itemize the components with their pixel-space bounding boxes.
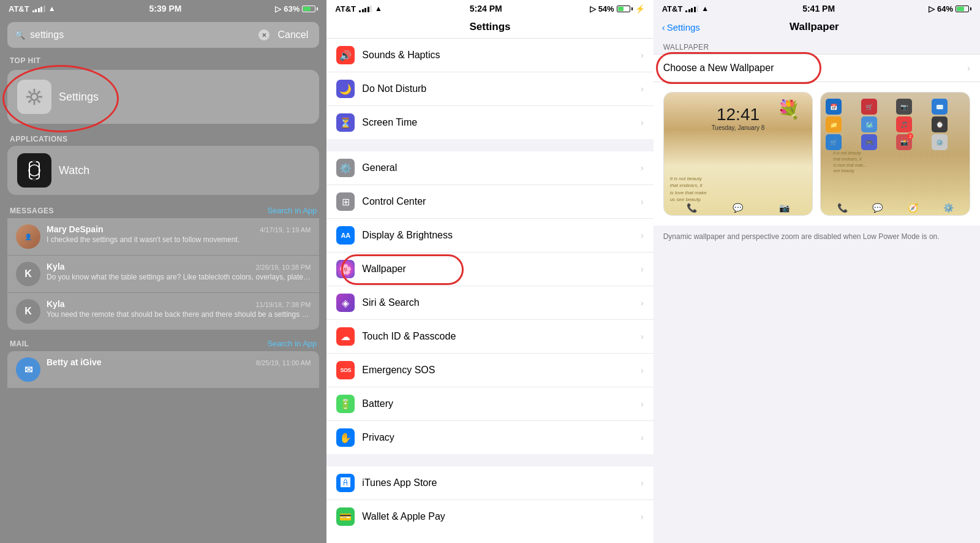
lightning-icon-2: ⚡ xyxy=(635,4,645,13)
watch-app-card[interactable]: Watch xyxy=(7,146,319,195)
avatar-kyla-2: K xyxy=(16,299,40,324)
mail-search-in-app[interactable]: Search in App xyxy=(267,339,317,348)
chevron-dnd: › xyxy=(641,84,644,94)
search-icon: 🔍 xyxy=(15,30,25,40)
wallpaper-section-label: WALLPAPER xyxy=(654,38,980,54)
search-panel: AT&T ▲ 5:39 PM ▷ 63% 🔍 ✕ xyxy=(0,0,326,543)
wifi-icon-2: ▲ xyxy=(375,4,382,13)
search-input[interactable] xyxy=(30,29,254,40)
signal-bar-3-4 xyxy=(694,7,696,12)
wallpaper-label: Wallpaper xyxy=(362,264,633,275)
touchid-label: Touch ID & Passcode xyxy=(362,331,633,342)
message-content-2: Kyla 2/26/19, 10:38 PM Do you know what … xyxy=(47,262,311,281)
battery-tip-1 xyxy=(317,7,318,10)
mail-sender-1: Betty at iGive xyxy=(47,357,101,367)
time-1: 5:39 PM xyxy=(149,4,181,13)
sos-label: Emergency SOS xyxy=(362,365,633,376)
home-screen-dock: 📞 💬 🧭 ⚙️ xyxy=(821,203,970,213)
lock-screen-preview[interactable]: 💐 12:41 Tuesday, January 8 It is not bea… xyxy=(663,92,813,216)
dnd-label: Do Not Disturb xyxy=(362,83,633,94)
svg-rect-10 xyxy=(29,162,39,179)
wallpaper-detail-panel: AT&T ▲ 5:41 PM ▷ 64% ‹ Se xyxy=(654,0,980,543)
carrier-2: AT&T xyxy=(335,4,356,13)
battery-fill-3 xyxy=(957,7,964,11)
privacy-icon: ✋ xyxy=(336,428,355,447)
mail-top-1: Betty at iGive 8/25/19, 11:00 AM xyxy=(47,357,311,367)
home-icon-7: 🎵 xyxy=(896,116,912,132)
mail-item-1[interactable]: ✉ Betty at iGive 8/25/19, 11:00 AM xyxy=(7,351,319,388)
cancel-button[interactable]: Cancel xyxy=(274,27,312,43)
settings-app-icon xyxy=(17,80,51,114)
battery-pct-3: 64% xyxy=(937,4,953,13)
wallpaper-icon: 🌸 xyxy=(336,260,355,278)
siri-label: Siri & Search xyxy=(362,297,633,308)
choose-wallpaper-row[interactable]: Choose a New Wallpaper › xyxy=(654,54,980,82)
mail-section: MAIL Search in App ✉ Betty at iGive 8/25… xyxy=(0,335,326,389)
settings-group-2: ⚙️ General › ⊞ Control Center › AA Displ… xyxy=(326,151,653,454)
settings-row-battery[interactable]: 🔋 Battery › xyxy=(326,387,653,421)
status-bar-3: AT&T ▲ 5:41 PM ▷ 64% xyxy=(654,0,980,17)
settings-row-general[interactable]: ⚙️ General › xyxy=(326,151,653,185)
settings-row-siri[interactable]: ◈ Siri & Search › xyxy=(326,286,653,320)
signal-bar-3-1 xyxy=(685,10,687,12)
settings-row-dnd[interactable]: 🌙 Do Not Disturb › xyxy=(326,72,653,106)
wallpaper-preview-area: 💐 12:41 Tuesday, January 8 It is not bea… xyxy=(654,82,980,226)
settings-row-sos[interactable]: SOS Emergency SOS › xyxy=(326,354,653,387)
mail-label: MAIL xyxy=(10,340,29,348)
chevron-sounds: › xyxy=(641,50,644,60)
settings-row-display[interactable]: AA Display & Brightness › xyxy=(326,219,653,253)
messages-search-in-app[interactable]: Search in App xyxy=(267,206,317,215)
chevron-battery: › xyxy=(641,399,644,409)
settings-row-itunes[interactable]: 🅰 iTunes App Store › xyxy=(326,466,653,500)
home-icon-1: 📅 xyxy=(826,99,842,115)
settings-row-wallpaper[interactable]: 🌸 Wallpaper › xyxy=(326,253,653,286)
touchid-icon: ☁ xyxy=(336,327,355,346)
chevron-itunes: › xyxy=(641,478,644,488)
wallet-label: Wallet & Apple Pay xyxy=(362,511,633,522)
avatar-mail: ✉ xyxy=(16,357,40,382)
top-hit-label: TOP HIT xyxy=(0,53,326,67)
signal-bars-2 xyxy=(359,5,372,12)
settings-row-controlcenter[interactable]: ⊞ Control Center › xyxy=(326,185,653,219)
message-item-2[interactable]: K Kyla 2/26/19, 10:38 PM Do you know wha… xyxy=(7,256,319,292)
home-icon-5: 📁 xyxy=(826,116,842,132)
settings-row-screentime[interactable]: ⏳ Screen Time › xyxy=(326,106,653,139)
message-top-1: Mary DeSpain 4/17/19, 1:19 AM xyxy=(47,224,311,234)
top-hit-card[interactable]: Settings xyxy=(7,70,319,124)
signal-bar-2-2 xyxy=(362,9,364,12)
watch-app-name: Watch xyxy=(59,164,89,177)
lock-time: 12:41 xyxy=(717,105,760,124)
clear-search-button[interactable]: ✕ xyxy=(258,29,270,40)
battery-pct-1: 63% xyxy=(284,4,300,13)
signal-bars-3 xyxy=(685,5,698,12)
home-icon-12: ⚙️ xyxy=(932,134,948,150)
sos-icon: SOS xyxy=(336,361,355,379)
carrier-1: AT&T xyxy=(9,4,29,13)
settings-row-privacy[interactable]: ✋ Privacy › xyxy=(326,421,653,454)
screentime-label: Screen Time xyxy=(362,117,633,128)
back-button[interactable]: ‹ Settings xyxy=(662,22,700,32)
controlcenter-icon: ⊞ xyxy=(336,192,355,211)
general-label: General xyxy=(362,162,633,173)
chevron-general: › xyxy=(641,163,644,173)
privacy-label: Privacy xyxy=(362,432,633,443)
status-left-2: AT&T ▲ xyxy=(335,4,382,13)
date-1: 4/17/19, 1:19 AM xyxy=(260,226,311,234)
home-screen-preview[interactable]: 📅 🛒 📷 ✉️ 📁 🗺️ 🎵 ⌚ 🛒 🎮 📸 2 ⚙️ xyxy=(820,92,970,216)
svg-rect-12 xyxy=(32,160,36,163)
settings-row-wallet[interactable]: 💳 Wallet & Apple Pay › xyxy=(326,500,653,533)
message-item-1[interactable]: 👤 Mary DeSpain 4/17/19, 1:19 AM I checke… xyxy=(7,218,319,255)
signal-bar-2-3 xyxy=(364,8,366,12)
message-item-3[interactable]: K Kyla 11/19/18, 7:38 PM You need the re… xyxy=(7,293,319,330)
wallpaper-nav: ‹ Settings Wallpaper xyxy=(654,17,980,38)
settings-row-touchid[interactable]: ☁ Touch ID & Passcode › xyxy=(326,320,653,354)
chevron-choose-wallpaper: › xyxy=(967,63,970,73)
messages-label: MESSAGES xyxy=(10,207,54,215)
settings-row-sounds[interactable]: 🔊 Sounds & Haptics › xyxy=(326,39,653,72)
signal-bar-3-2 xyxy=(688,9,690,12)
search-bar[interactable]: 🔍 ✕ Cancel xyxy=(7,22,319,48)
home-icon-6: 🗺️ xyxy=(861,116,877,132)
watch-icon xyxy=(23,159,45,181)
signal-bar-2 xyxy=(35,9,37,12)
signal-bar-3-5 xyxy=(696,6,698,12)
